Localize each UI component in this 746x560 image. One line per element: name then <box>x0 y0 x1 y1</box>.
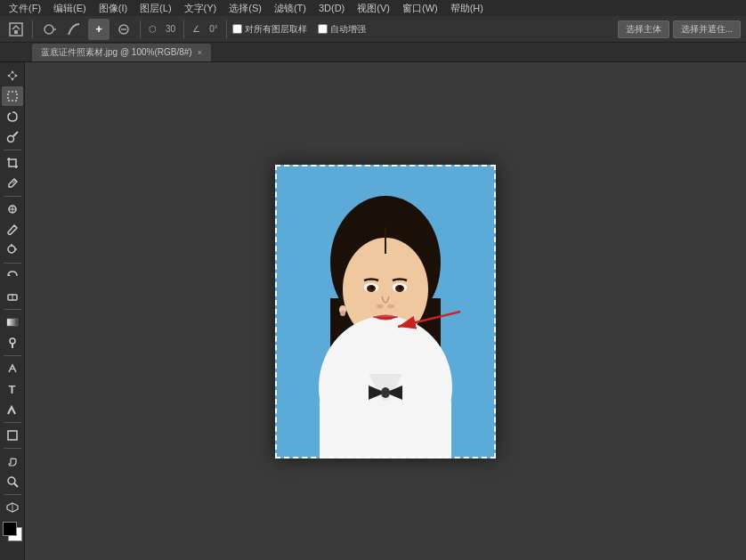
dodge-tool[interactable] <box>2 333 23 353</box>
shape-tool[interactable] <box>2 426 23 445</box>
tab-label: 蓝底证件照素材.jpg @ 100%(RGB/8#) <box>41 46 192 59</box>
svg-rect-1 <box>14 30 18 34</box>
svg-marker-17 <box>8 273 11 276</box>
brush-size-label: ⬡ <box>146 24 159 34</box>
healing-brush-tool[interactable] <box>2 199 23 219</box>
brush-tool[interactable] <box>2 220 23 239</box>
move-tool[interactable] <box>2 66 23 85</box>
menu-help[interactable]: 帮助(H) <box>445 0 489 16</box>
menu-window[interactable]: 窗口(W) <box>397 0 443 16</box>
tool-separator-5 <box>4 355 21 356</box>
auto-enhance-label: 自动增强 <box>330 23 366 36</box>
menu-layer[interactable]: 图层(L) <box>134 0 176 16</box>
brush-size-value: 30 <box>163 24 178 34</box>
svg-point-8 <box>7 136 13 142</box>
quick-selection-tool[interactable] <box>2 127 23 147</box>
toolbar-separator-2 <box>140 20 141 38</box>
menu-view[interactable]: 视图(V) <box>352 0 395 16</box>
path-selection-tool[interactable] <box>2 400 23 419</box>
all-layers-group: 对所有图层取样 <box>232 23 307 36</box>
zoom-tool[interactable] <box>2 472 23 491</box>
svg-marker-6 <box>7 70 18 81</box>
svg-line-25 <box>14 483 18 487</box>
all-layers-label: 对所有图层取样 <box>245 23 307 36</box>
tool-separator-4 <box>4 309 21 310</box>
annotation-arrow <box>389 307 469 334</box>
menu-edit[interactable]: 编辑(E) <box>48 0 92 16</box>
menu-text[interactable]: 文字(Y) <box>179 0 223 16</box>
menubar: 文件(F) 编辑(E) 图像(I) 图层(L) 文字(Y) 选择(S) 滤镜(T… <box>0 0 746 16</box>
svg-point-47 <box>340 311 345 316</box>
tool-separator-1 <box>4 150 21 150</box>
select-subject-button[interactable]: 选择主体 <box>618 20 669 38</box>
svg-point-44 <box>377 304 384 308</box>
svg-rect-23 <box>8 431 17 440</box>
pen-tool[interactable] <box>2 359 23 378</box>
hand-tool[interactable] <box>2 451 23 471</box>
select-and-mask-button[interactable]: 选择并遮住... <box>673 20 741 38</box>
document-tab[interactable]: 蓝底证件照素材.jpg @ 100%(RGB/8#) × <box>32 44 211 61</box>
svg-point-37 <box>381 387 390 398</box>
toolbar-separator-4 <box>226 20 227 38</box>
clone-stamp-tool[interactable] <box>2 240 23 260</box>
svg-rect-49 <box>320 401 451 459</box>
foreground-color-swatch[interactable] <box>3 522 17 536</box>
tool-separator-2 <box>4 196 21 197</box>
eraser-tool[interactable] <box>2 287 23 306</box>
tool-separator-3 <box>4 263 21 264</box>
tool-separator-6 <box>4 422 21 423</box>
text-tool[interactable]: T <box>2 379 23 399</box>
brush-preset-picker[interactable] <box>38 19 60 40</box>
gradient-tool[interactable] <box>2 312 23 332</box>
angle-value: 0° <box>207 24 221 34</box>
brush-mode-add[interactable]: + <box>88 19 109 40</box>
home-button[interactable] <box>5 19 27 40</box>
tool-separator-7 <box>4 448 21 449</box>
svg-point-21 <box>10 338 15 344</box>
canvas-area <box>25 62 746 560</box>
auto-enhance-checkbox[interactable] <box>318 24 328 34</box>
history-brush-tool[interactable] <box>2 266 23 286</box>
crop-tool[interactable] <box>2 153 23 173</box>
svg-rect-20 <box>7 319 18 326</box>
svg-point-43 <box>399 286 402 289</box>
brush-mode-normal[interactable] <box>63 19 85 40</box>
main-area: T <box>0 62 746 560</box>
menu-3d[interactable]: 3D(D) <box>313 0 350 16</box>
svg-point-14 <box>8 246 15 253</box>
menu-select[interactable]: 选择(S) <box>223 0 267 16</box>
menu-file[interactable]: 文件(F) <box>4 0 46 16</box>
foreground-background-colors[interactable] <box>3 522 22 541</box>
toolbar-separator-1 <box>32 20 33 38</box>
eyedropper-tool[interactable] <box>2 174 23 193</box>
svg-point-42 <box>370 286 374 289</box>
lasso-tool[interactable] <box>2 107 23 126</box>
svg-line-51 <box>398 312 460 327</box>
toolbar-separator-3 <box>183 20 184 38</box>
toolbar: + ⬡ 30 ∠ 0° 对所有图层取样 自动增强 选择主体 选择并遮住... <box>0 16 746 43</box>
svg-point-24 <box>8 477 15 484</box>
svg-point-2 <box>45 25 53 34</box>
menu-image[interactable]: 图像(I) <box>93 0 133 16</box>
photo-canvas <box>275 165 496 459</box>
menu-filter[interactable]: 滤镜(T) <box>269 0 312 16</box>
tab-close-button[interactable]: × <box>198 48 202 57</box>
svg-rect-7 <box>8 92 17 101</box>
auto-enhance-group: 自动增强 <box>318 23 366 36</box>
3d-tool[interactable] <box>2 498 23 517</box>
left-tool-panel: T <box>0 62 25 560</box>
angle-icon: ∠ <box>190 24 203 34</box>
tabbar: 蓝底证件照素材.jpg @ 100%(RGB/8#) × <box>0 43 746 62</box>
brush-mode-subtract[interactable] <box>113 19 134 40</box>
all-layers-checkbox[interactable] <box>232 24 242 34</box>
svg-line-9 <box>13 132 18 136</box>
selection-rect-tool[interactable] <box>2 86 23 106</box>
tool-separator-8 <box>4 494 21 495</box>
